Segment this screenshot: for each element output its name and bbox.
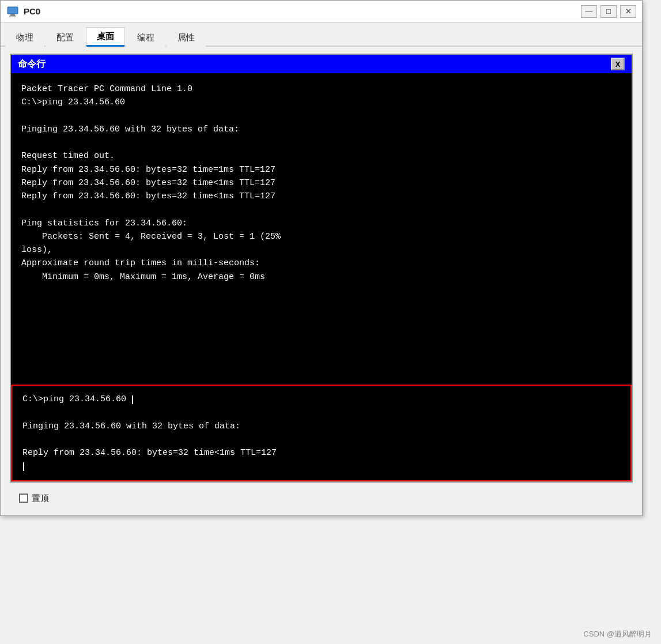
input-line3: Pinging 23.34.56.60 with 32 bytes of dat…	[22, 420, 620, 433]
input-line1-text: C:\>ping 23.34.56.60	[22, 394, 131, 404]
tab-physics[interactable]: 物理	[5, 28, 44, 47]
text-cursor	[132, 396, 133, 404]
main-window: PC0 — □ ✕ 物理 配置 桌面 编程 属性 命令行 X Packet Tr…	[0, 0, 643, 516]
tab-config[interactable]: 配置	[46, 28, 85, 47]
maximize-button[interactable]: □	[600, 5, 617, 18]
cmd-panel-titlebar: 命令行 X	[11, 55, 632, 73]
title-bar-left: PC0	[6, 5, 40, 18]
terminal-output: Packet Tracer PC Command Line 1.0 C:\>pi…	[11, 73, 632, 385]
cmd-panel: 命令行 X Packet Tracer PC Command Line 1.0 …	[10, 54, 633, 483]
cmd-panel-title-text: 命令行	[18, 58, 46, 70]
input-line2	[22, 406, 620, 419]
tab-properties[interactable]: 属性	[167, 28, 206, 47]
input-line4	[22, 433, 620, 446]
title-bar-controls: — □ ✕	[581, 5, 636, 18]
cmd-close-button[interactable]: X	[611, 58, 625, 70]
minimize-button[interactable]: —	[581, 5, 597, 18]
close-window-button[interactable]: ✕	[620, 5, 636, 18]
tab-programming[interactable]: 编程	[126, 28, 165, 47]
always-on-top-checkbox[interactable]	[19, 494, 28, 503]
tab-bar: 物理 配置 桌面 编程 属性	[1, 22, 642, 47]
bottom-bar: 置顶	[10, 488, 633, 509]
input-line5: Reply from 23.34.56.60: bytes=32 time<1m…	[22, 446, 620, 460]
pc-icon	[6, 5, 19, 18]
terminal-input-section[interactable]: C:\>ping 23.34.56.60 Pinging 23.34.56.60…	[11, 385, 632, 481]
input-line1: C:\>ping 23.34.56.60	[22, 393, 620, 406]
blinking-cursor	[23, 462, 24, 471]
svg-rect-0	[7, 7, 18, 14]
watermark: CSDN @逍风醉明月	[583, 629, 652, 639]
content-area: 命令行 X Packet Tracer PC Command Line 1.0 …	[1, 47, 642, 515]
terminal-history: Packet Tracer PC Command Line 1.0 C:\>pi…	[21, 84, 281, 282]
svg-rect-1	[10, 14, 15, 16]
svg-rect-2	[9, 16, 16, 17]
title-bar: PC0 — □ ✕	[1, 1, 642, 22]
tab-desktop[interactable]: 桌面	[86, 27, 125, 47]
window-title: PC0	[24, 6, 40, 16]
always-on-top-label: 置顶	[32, 493, 49, 504]
input-cursor-line	[22, 460, 620, 473]
